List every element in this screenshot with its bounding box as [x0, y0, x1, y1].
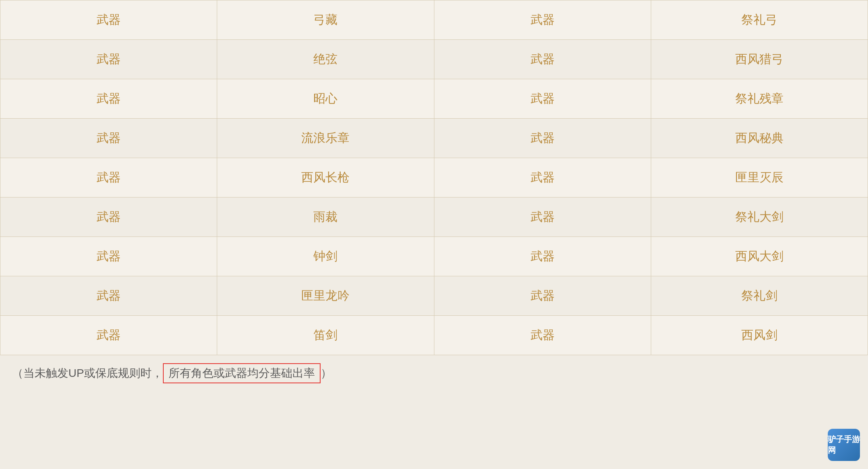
- table-row: 武器昭心武器祭礼残章: [0, 79, 868, 119]
- table-row: 武器西风长枪武器匣里灭辰: [0, 158, 868, 197]
- footer-note: （当未触发UP或保底规则时， 所有角色或武器均分基础出率 ）: [0, 355, 868, 391]
- table-row: 武器笛剑武器西风剑: [0, 316, 868, 355]
- table-row: 武器流浪乐章武器西风秘典: [0, 119, 868, 158]
- left-name: 匣里龙吟: [217, 276, 434, 316]
- left-type: 武器: [0, 40, 217, 79]
- right-name: 西风大剑: [651, 237, 868, 276]
- right-name: 祭礼弓: [651, 0, 868, 40]
- left-name: 流浪乐章: [217, 119, 434, 158]
- right-type: 武器: [434, 197, 651, 237]
- right-name: 祭礼剑: [651, 276, 868, 316]
- table-row: 武器弓藏武器祭礼弓: [0, 0, 868, 40]
- right-type: 武器: [434, 79, 651, 119]
- right-name: 祭礼残章: [651, 79, 868, 119]
- main-container: 武器弓藏武器祭礼弓武器绝弦武器西风猎弓武器昭心武器祭礼残章武器流浪乐章武器西风秘…: [0, 0, 868, 391]
- right-name: 西风秘典: [651, 119, 868, 158]
- left-name: 西风长枪: [217, 158, 434, 197]
- left-type: 武器: [0, 316, 217, 355]
- left-name: 绝弦: [217, 40, 434, 79]
- right-type: 武器: [434, 276, 651, 316]
- left-type: 武器: [0, 119, 217, 158]
- footer-boxed-text: 所有角色或武器均分基础出率: [163, 363, 321, 383]
- left-type: 武器: [0, 158, 217, 197]
- left-name: 弓藏: [217, 0, 434, 40]
- right-type: 武器: [434, 316, 651, 355]
- table-row: 武器钟剑武器西风大剑: [0, 237, 868, 276]
- left-type: 武器: [0, 197, 217, 237]
- left-type: 武器: [0, 276, 217, 316]
- left-name: 雨裁: [217, 197, 434, 237]
- right-type: 武器: [434, 0, 651, 40]
- footer-suffix: ）: [321, 366, 332, 381]
- right-name: 匣里灭辰: [651, 158, 868, 197]
- right-type: 武器: [434, 158, 651, 197]
- left-type: 武器: [0, 237, 217, 276]
- watermark: 驴子手游网: [828, 429, 860, 461]
- right-type: 武器: [434, 237, 651, 276]
- table-row: 武器绝弦武器西风猎弓: [0, 40, 868, 79]
- right-name: 西风猎弓: [651, 40, 868, 79]
- right-type: 武器: [434, 40, 651, 79]
- left-type: 武器: [0, 0, 217, 40]
- right-name: 西风剑: [651, 316, 868, 355]
- watermark-text: 驴子手游网: [828, 434, 860, 456]
- footer-prefix: （当未触发UP或保底规则时，: [12, 366, 163, 381]
- table-row: 武器雨裁武器祭礼大剑: [0, 197, 868, 237]
- weapons-table: 武器弓藏武器祭礼弓武器绝弦武器西风猎弓武器昭心武器祭礼残章武器流浪乐章武器西风秘…: [0, 0, 868, 355]
- left-type: 武器: [0, 79, 217, 119]
- left-name: 昭心: [217, 79, 434, 119]
- left-name: 钟剑: [217, 237, 434, 276]
- right-type: 武器: [434, 119, 651, 158]
- right-name: 祭礼大剑: [651, 197, 868, 237]
- table-row: 武器匣里龙吟武器祭礼剑: [0, 276, 868, 316]
- left-name: 笛剑: [217, 316, 434, 355]
